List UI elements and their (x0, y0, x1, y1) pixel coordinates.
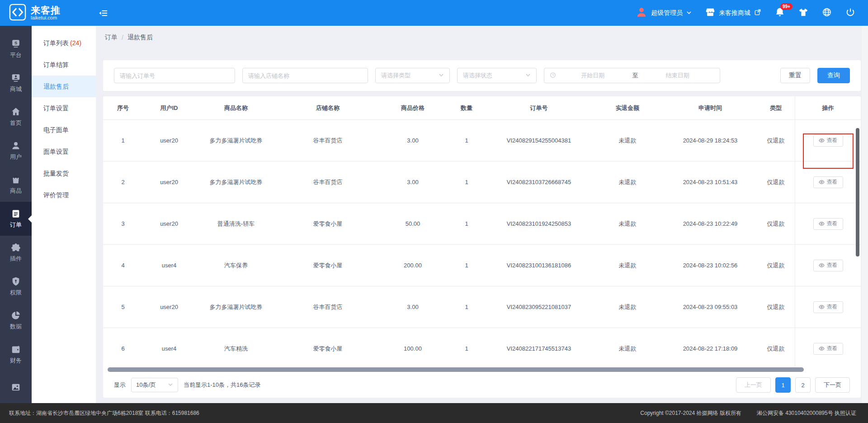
submenu-item-e-waybill[interactable]: 电子面单 (32, 119, 96, 141)
cell: 未退款 (591, 203, 664, 244)
footer: 联系地址：湖南省长沙市岳麓区绿地中央广场6栋2018室 联系电话：6159816… (0, 403, 868, 423)
cell: 未退款 (591, 245, 664, 286)
logo-icon (9, 4, 26, 23)
home-icon (11, 107, 21, 117)
submenu-item-order-settings[interactable]: 订单设置 (32, 97, 96, 119)
cell-action: 查看 (795, 162, 861, 203)
view-button[interactable]: 查看 (813, 218, 843, 230)
cell-action: 查看 (795, 286, 861, 328)
table-rows: 1user20多力多滋薯片试吃券谷丰百货店3.001VI240829154255… (103, 120, 861, 367)
logo-subtitle: laiketui.com (31, 15, 61, 21)
cell: 1 (447, 328, 486, 367)
page-size-select[interactable]: 10条/页 (131, 378, 178, 392)
submenu-item-label: 退款售后 (43, 83, 69, 90)
table-row: 2user20多力多滋薯片试吃券谷丰百货店3.001VI240823103726… (103, 162, 861, 203)
shield-permission-icon (11, 276, 21, 286)
view-button[interactable]: 查看 (813, 135, 843, 147)
cell: 1 (447, 286, 486, 328)
date-separator: 至 (630, 71, 641, 80)
type-select-placeholder: 请选择类型 (381, 71, 410, 80)
power-icon (845, 7, 855, 19)
submenu-item-review-management[interactable]: 评价管理 (32, 184, 96, 206)
notifications-button[interactable]: 99+ (775, 7, 785, 19)
search-button[interactable]: 查询 (817, 68, 850, 83)
cell: 2024-08-23 10:22:49 (664, 203, 757, 244)
shop-name-input[interactable] (242, 68, 368, 83)
page-scrollbar-track[interactable] (862, 26, 868, 403)
view-button[interactable]: 查看 (813, 176, 843, 188)
cell: 爱零食小屋 (277, 245, 379, 286)
sidebar-item-mall[interactable]: 商城 (0, 66, 32, 100)
view-button-label: 查看 (827, 345, 838, 352)
cell: 仅退款 (757, 286, 795, 328)
sidebar-item-goods[interactable]: 商品 (0, 168, 32, 202)
sidebar-item-label: 权限 (10, 289, 22, 297)
footer-beian: 湘公网安备 43010402000895号 执照认证 (757, 409, 856, 417)
horizontal-scrollbar[interactable] (108, 367, 804, 372)
submenu-item-refund-aftersale[interactable]: 退款售后 (32, 76, 96, 97)
column-header: 实退金额 (591, 104, 664, 112)
view-button-label: 查看 (827, 303, 838, 311)
sidebar-item-auth[interactable]: 权限 (0, 270, 32, 304)
view-button[interactable]: 查看 (813, 301, 843, 313)
sidebar-item-platform[interactable]: S平台 (0, 32, 32, 66)
user-menu[interactable]: 超级管理员 (636, 6, 692, 19)
mall-name-label: 来客推商城 (719, 9, 750, 17)
view-button[interactable]: 查看 (813, 343, 843, 355)
image-icon (11, 382, 21, 392)
shop-decoration-button[interactable] (798, 7, 808, 19)
submenu-item-batch-shipping[interactable]: 批量发货 (32, 162, 96, 184)
reset-button[interactable]: 重置 (780, 68, 810, 83)
main-content: 订单 / 退款售后 请选择类型 请选择状态 开始日期 至 (96, 26, 868, 403)
page-button-1[interactable]: 1 (775, 377, 791, 393)
status-select-placeholder: 请选择状态 (463, 71, 492, 80)
column-header: 序号 (103, 104, 143, 112)
cell: 1 (447, 203, 486, 244)
sidebar-item-data[interactable]: 数据 (0, 304, 32, 337)
sidebar-item-plugin[interactable]: 插件 (0, 236, 32, 270)
cell: 2024-08-23 09:55:03 (664, 286, 757, 328)
date-range-picker[interactable]: 开始日期 至 结束日期 (544, 68, 720, 83)
logo[interactable]: 来客推 laiketui.com (0, 4, 96, 23)
cell: 1 (103, 120, 143, 161)
prev-page-button[interactable]: 上一页 (736, 377, 771, 393)
logo-title: 来客推 (31, 5, 61, 15)
collapse-menu-icon[interactable] (99, 8, 108, 18)
submenu-item-label: 批量发货 (43, 170, 69, 177)
language-globe-button[interactable] (822, 7, 832, 19)
view-button-label: 查看 (827, 261, 838, 269)
breadcrumb-parent[interactable]: 订单 (105, 33, 118, 42)
status-select[interactable]: 请选择状态 (457, 68, 537, 83)
sidebar-item-home[interactable]: 首页 (0, 100, 32, 134)
submenu-item-label: 电子面单 (43, 126, 69, 133)
next-page-button[interactable]: 下一页 (815, 377, 850, 393)
page-button-2[interactable]: 2 (795, 377, 811, 393)
submenu-item-waybill-settings[interactable]: 面单设置 (32, 141, 96, 162)
table-vertical-scrollbar[interactable] (856, 128, 859, 257)
sidebar-item-media[interactable] (0, 371, 32, 403)
submenu-item-order-list[interactable]: 订单列表(24) (32, 32, 96, 54)
sidebar-item-finance[interactable]: 财务 (0, 337, 32, 371)
order-no-input[interactable] (114, 68, 235, 83)
cell-action: 查看 (795, 203, 861, 244)
sidebar-item-order[interactable]: 订单 (0, 202, 32, 236)
filter-bar: 请选择类型 请选择状态 开始日期 至 结束日期 重置 查询 (103, 60, 861, 91)
cell: 仅退款 (757, 162, 795, 203)
view-button-label: 查看 (827, 137, 838, 144)
cell: VI240823103726668745 (486, 162, 591, 203)
cell: VI240823101924250853 (486, 203, 591, 244)
mall-link[interactable]: 来客推商城 (705, 7, 761, 19)
submenu-item-order-settlement[interactable]: 订单结算 (32, 54, 96, 76)
column-header: 店铺名称 (277, 104, 379, 112)
active-arrow (28, 215, 32, 223)
cell: VI240823095221081037 (486, 286, 591, 328)
submenu-item-label: 订单列表 (43, 39, 69, 47)
cell: 3 (103, 203, 143, 244)
sidebar-item-user[interactable]: 用户 (0, 134, 32, 168)
view-button[interactable]: 查看 (813, 260, 843, 271)
svg-text:S: S (14, 41, 17, 45)
logout-power-button[interactable] (845, 7, 855, 19)
cell: 1 (447, 162, 486, 203)
cell: 2024-08-23 10:51:43 (664, 162, 757, 203)
type-select[interactable]: 请选择类型 (375, 68, 450, 83)
